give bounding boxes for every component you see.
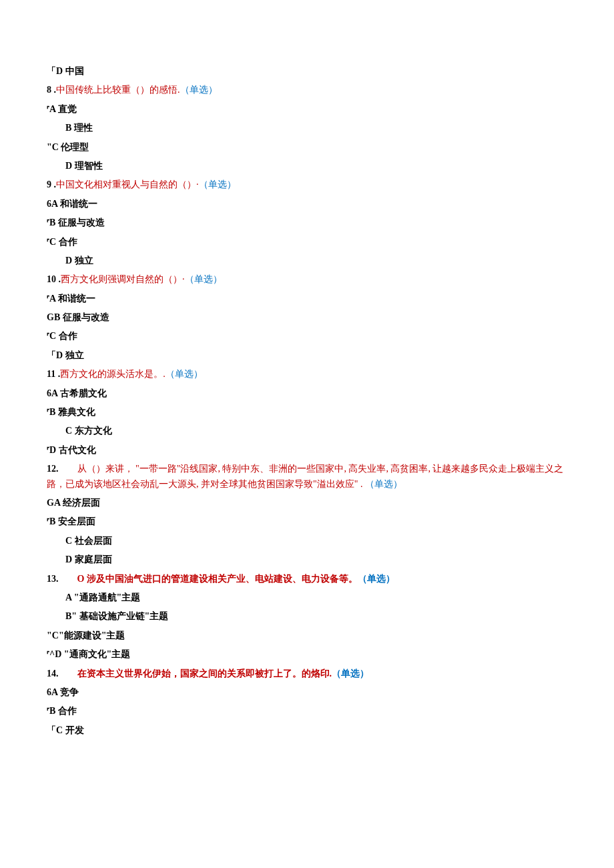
q8-option-b: B 理性 [47,121,567,135]
q8-tag: （单选） [180,85,218,95]
q9-stem-line: 9 .中国文化相对重视人与自然的（）·（单选） [47,177,567,192]
q11-stem-line: 11 .西方文化的源头活水是。.（单选） [47,367,567,382]
q11-option-b: ʳB 雅典文化 [47,405,567,420]
q14-num: 14. [47,669,59,679]
q9-stem: 中国文化相对重视人与自然的（）· [56,179,199,189]
q12-stem: 从（）来讲， "一带一路"沿线国家, 特别中东、非洲的一些国家中, 高失业率, … [47,464,563,488]
q14-stem-line: 14. 在资本主义世界化伊始，国家之间的关系即被打上了。的烙印.（单选） [47,667,567,681]
q13-num: 13. [47,574,59,584]
q11-stem: 西方文化的源头活水是。. [60,369,166,379]
q10-num: 10 [47,274,56,284]
q11-option-a: 6A 古希腊文化 [47,386,567,401]
q14-option-a: 6A 竞争 [47,685,567,700]
q13-option-c: "C"能源建设"主题 [47,628,567,643]
q14-tag: （单选） [332,669,369,679]
q10-option-c: ʳC 合作 [47,329,567,344]
q7-option-d: 「D 中国 [47,64,567,79]
q13-option-b: B" 基础设施产业链"主题 [47,609,567,624]
q9-num: 9 [47,179,51,189]
q11-option-d: ʳD 古代文化 [47,443,567,458]
q13-option-d: ʳ^D "通商文化"主题 [47,647,567,662]
q10-tag: （单选） [185,274,222,284]
q12-option-b: ʳB 安全层面 [47,514,567,529]
q13-option-a: A "通路通航"主题 [47,590,567,605]
q8-stem-line: 8 .中国传统上比较重（）的感悟.（单选） [47,83,567,97]
q10-option-a: ʳA 和谐统一 [47,292,567,306]
q8-option-a: ʳA 直觉 [47,102,567,117]
q8-option-d: D 理智性 [47,159,567,173]
q14-option-b: ʳB 合作 [47,704,567,719]
q8-stem: 中国传统上比较重（）的感悟. [56,85,180,95]
q12-stem-line: 12. 从（）来讲， "一带一路"沿线国家, 特别中东、非洲的一些国家中, 高失… [47,462,567,492]
q11-num: 11 [47,369,55,379]
q14-stem: 在资本主义世界化伊始，国家之间的关系即被打上了。的烙印. [59,669,332,679]
q12-option-a: GA 经济层面 [47,496,567,510]
q9-option-b: ʳB 征服与改造 [47,215,567,230]
q10-option-b: GB 征服与改造 [47,310,567,325]
q12-num: 12. [47,464,59,474]
q13-tag: （单选） [358,574,395,584]
q12-option-d: D 家庭层面 [47,552,567,567]
q9-tag: （单选） [199,179,236,189]
q12-tag: （单选） [365,479,402,489]
q13-stem: O 涉及中国油气进口的管道建设相关产业、电站建设、电力设备等。 [59,574,358,584]
q11-tag: （单选） [166,369,203,379]
q13-stem-line: 13. O 涉及中国油气进口的管道建设相关产业、电站建设、电力设备等。（单选） [47,572,567,586]
q10-stem: 西方文化则强调对自然的（）· [61,274,185,284]
q9-option-d: D 独立 [47,254,567,268]
q8-num: 8 [47,85,51,95]
q12-option-c: C 社会层面 [47,534,567,548]
q10-stem-line: 10 .西方文化则强调对自然的（）·（单选） [47,272,567,287]
q11-option-c: C 东方文化 [47,424,567,438]
q9-option-a: 6A 和谐统一 [47,197,567,211]
q10-option-d: 「D 独立 [47,348,567,363]
q8-option-c: "C 伦理型 [47,140,567,155]
q9-option-c: ʳC 合作 [47,235,567,250]
q14-option-c: 「C 开发 [47,723,567,738]
